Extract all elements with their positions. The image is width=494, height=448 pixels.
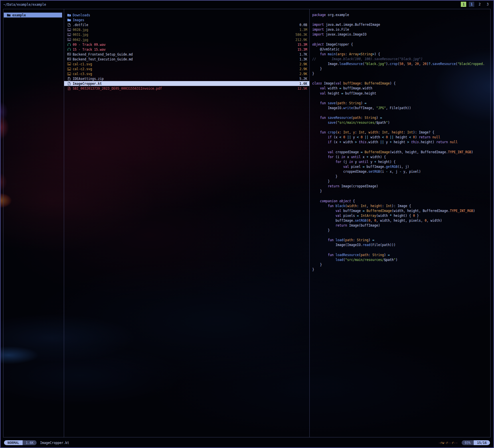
file-icon	[67, 23, 71, 27]
file-name: 0042.jpg	[73, 38, 88, 42]
code-line: fun saveResource(path: String) =	[312, 115, 490, 120]
code-line	[312, 248, 490, 253]
code-line: save("src/main/resources/$path")	[312, 120, 490, 125]
file-size: 1.6K	[299, 81, 307, 86]
code-line: fun main(args: Array<String>) {	[312, 52, 490, 57]
top-bar: ~/Data/example/example 1123	[3, 1, 490, 7]
file-row[interactable]: cal-c1.svg2.9K	[64, 62, 309, 66]
file-size: 5.2K	[299, 76, 307, 81]
file-name: 0031.jpg	[73, 32, 88, 37]
tab-indicator-4[interactable]: 3	[485, 2, 490, 7]
tab-indicator-2[interactable]: 1	[469, 2, 474, 7]
file-row[interactable]: Backend_Frontend_Setup_Guide.md1.7K	[64, 52, 309, 57]
code-line	[312, 37, 490, 42]
code-line: }	[312, 189, 490, 194]
file-list: DownloadsImages.dotfile0.0B0028.jpg1.3M0…	[64, 13, 309, 91]
file-permissions: -rw-r--r--	[438, 441, 458, 445]
code-line: package org.example	[312, 13, 490, 17]
file-name: Images	[73, 18, 84, 22]
folder-icon	[7, 13, 11, 17]
file-row[interactable]: 0042.jpg212.9K	[64, 37, 309, 42]
tab-indicator-3[interactable]: 2	[477, 2, 482, 7]
file-size: 1.7K	[299, 52, 307, 56]
file-row[interactable]: Images	[64, 17, 309, 22]
code-line: fun load(path: String) =	[312, 238, 490, 243]
file-row[interactable]: IDEAsettings.zip5.2K	[64, 76, 309, 81]
parent-dir-item[interactable]: example	[4, 13, 62, 17]
file-size: 0.0B	[299, 23, 307, 27]
code-preview: package org.exampleimport java.awt.image…	[312, 13, 490, 272]
file-row[interactable]: 15 - Track 15.wav15.3M	[64, 47, 309, 52]
file-row[interactable]: Backend_Test_Execution_Guide.md1.3K	[64, 57, 309, 62]
mode-badge: NORMAL	[4, 440, 23, 445]
image-icon	[67, 62, 71, 66]
file-name: 09 - Track 09.wav	[73, 42, 106, 47]
file-size: 15.3M	[297, 42, 307, 47]
code-line: val pixels = IntArray(width * height) { …	[312, 213, 490, 218]
tab-indicator-1[interactable]: 1	[461, 2, 466, 7]
code-line: val width = buffImage.width	[312, 86, 490, 91]
file-name: Backend_Frontend_Setup_Guide.md	[73, 52, 133, 56]
tab-label: 3	[487, 2, 489, 7]
code-line: Image.loadResource("black.jpg").crop(50,…	[312, 62, 490, 66]
image-icon	[67, 33, 71, 36]
file-row[interactable]: 0031.jpg586.3K	[64, 32, 309, 37]
file-name: cal-c3.svg	[73, 72, 92, 76]
code-line: if (x < 0 || y < 0 || width < 0 || heigh…	[312, 135, 490, 140]
file-row[interactable]: 0028.jpg1.3M	[64, 27, 309, 32]
code-line: }	[312, 66, 490, 71]
image-icon	[67, 72, 71, 76]
file-icon	[67, 82, 71, 85]
code-line: }	[312, 71, 490, 76]
file-row[interactable]: cal-c2.svg2.9K	[64, 66, 309, 71]
file-row[interactable]: Downloads	[64, 13, 309, 17]
file-row[interactable]: .dotfile0.0B	[64, 22, 309, 27]
code-line	[312, 233, 490, 238]
pdf-icon	[67, 87, 71, 90]
code-line: load("src/main/resources/$path")	[312, 258, 490, 262]
parent-directory-list: example	[3, 13, 64, 17]
code-line: object ImageCropper {	[312, 42, 490, 47]
image-icon	[67, 38, 71, 42]
file-size: 2.9K	[299, 67, 307, 71]
status-bar: NORMAL 1.6K ImageCropper.kt -rw-r--r-- 9…	[4, 440, 490, 445]
tab-label: 1	[471, 2, 473, 7]
file-row[interactable]: cal-c3.svg2.9K	[64, 71, 309, 76]
tab-label: 1	[463, 2, 465, 7]
markdown-icon	[67, 52, 71, 56]
file-row[interactable]: SBI_0032013739_2023_DE05_0003155631Invoi…	[64, 86, 309, 91]
code-line: import java.awt.image.BufferedImage	[312, 22, 490, 27]
code-line: @JvmStatic	[312, 47, 490, 52]
code-line: import java.io.File	[312, 27, 490, 32]
code-line: }	[312, 179, 490, 184]
file-size: 15.3M	[297, 47, 307, 52]
code-line: }	[312, 174, 490, 179]
code-line	[312, 125, 490, 130]
code-line: fun loadResource(path: String) =	[312, 253, 490, 258]
markdown-icon	[67, 57, 71, 61]
file-size: 2.9K	[299, 62, 307, 66]
tab-indicators: 1123	[461, 2, 490, 7]
code-line: fun black(width: Int, height: Int): Imag…	[312, 204, 490, 209]
code-line: val pixel = buffImage.getRGB(i, j)	[312, 164, 490, 169]
file-row-selected[interactable]: ImageCropper.kt1.6K	[64, 81, 309, 86]
file-size: 586.3K	[295, 32, 307, 37]
file-row[interactable]: 09 - Track 09.wav15.3M	[64, 42, 309, 47]
status-left: NORMAL 1.6K ImageCropper.kt	[4, 440, 74, 445]
panels-frame: example DownloadsImages.dotfile0.0B0028.…	[3, 9, 491, 437]
code-line: buffImage.setRGB(0, 0, width, height, pi…	[312, 218, 490, 223]
code-line: }	[312, 267, 490, 272]
file-name: SBI_0032013739_2023_DE05_0003155631Invoi…	[73, 86, 162, 91]
file-name: cal-c1.svg	[73, 62, 92, 66]
folder-download-icon	[67, 13, 71, 17]
code-line: }	[312, 228, 490, 233]
file-name: .dotfile	[73, 23, 88, 27]
audio-icon	[67, 43, 71, 46]
tab-label: 2	[479, 2, 481, 7]
code-line: val height = buffImage.height	[312, 91, 490, 96]
terminal-window: ~/Data/example/example 1123 example Down…	[0, 0, 494, 448]
image-icon	[67, 67, 71, 71]
code-line: import javax.imageio.ImageIO	[312, 32, 490, 37]
scroll-percent-badge: 93%	[462, 440, 473, 445]
code-line: for (j in y until y + height) {	[312, 160, 490, 164]
